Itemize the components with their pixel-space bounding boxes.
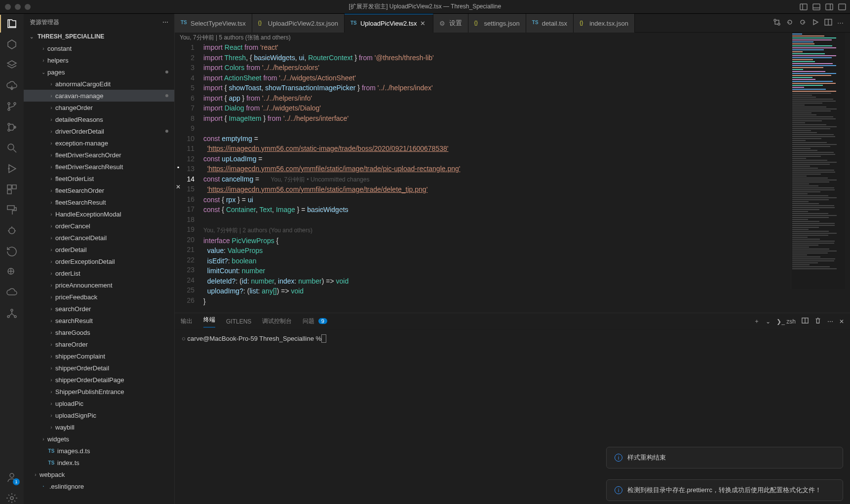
tab-settings.json[interactable]: {}settings.json xyxy=(468,14,526,33)
panel-left-icon[interactable] xyxy=(800,3,808,11)
git-compare-icon[interactable] xyxy=(773,18,781,28)
tree-item-searchOrder[interactable]: ›searchOrder xyxy=(24,303,174,315)
explorer-icon[interactable] xyxy=(6,18,18,30)
gutter-close-icon[interactable]: ✕ xyxy=(175,183,182,190)
tree-item-widgets[interactable]: ›widgets xyxy=(24,433,174,445)
minimap[interactable] xyxy=(791,33,845,289)
branch-icon[interactable] xyxy=(6,101,18,112)
tree-item-helpers[interactable]: ›helpers xyxy=(24,54,174,66)
panel-tab-debug[interactable]: 调试控制台 xyxy=(262,317,292,325)
run-icon[interactable] xyxy=(811,18,819,28)
forward-icon[interactable] xyxy=(799,18,807,28)
search-icon[interactable] xyxy=(6,142,18,154)
inspect-icon[interactable] xyxy=(6,266,18,278)
new-terminal-icon[interactable]: ＋ xyxy=(754,317,760,325)
tab-UploadPicView2.tsx.json[interactable]: {}UploadPicView2.tsx.json xyxy=(252,14,345,33)
tree-item-orderCancelDetail[interactable]: ›orderCancelDetail xyxy=(24,232,174,244)
file-tree[interactable]: ›constant›helpers⌄pages›abnormalCargoEdi… xyxy=(24,42,174,504)
tab-UploadPicView2.tsx[interactable]: TSUploadPicView2.tsx✕ xyxy=(345,14,433,33)
tree-item-fleetSearchOrder[interactable]: ›fleetSearchOrder xyxy=(24,184,174,196)
notification-toast[interactable]: i 检测到根目录中存在.prettierrc，转换成功后使用此配置格式化文件！ xyxy=(606,479,843,501)
history-icon[interactable] xyxy=(6,246,18,257)
panel-tab-problems[interactable]: 问题 9 xyxy=(303,317,327,325)
panel-right-icon[interactable] xyxy=(825,3,833,11)
tab-detail.tsx[interactable]: TSdetail.tsx xyxy=(526,14,574,33)
zoom-window-icon[interactable] xyxy=(25,4,31,10)
tree-item-constant[interactable]: ›constant xyxy=(24,42,174,54)
tree-item-fleetDriverSearchOrder[interactable]: ›fleetDriverSearchOrder xyxy=(24,149,174,161)
extensions-icon[interactable] xyxy=(6,183,18,195)
close-tab-icon[interactable]: ✕ xyxy=(420,20,427,27)
tab-index.tsx.json[interactable]: {}index.tsx.json xyxy=(574,14,635,33)
panel-tab-gitlens[interactable]: GITLENS xyxy=(226,318,251,325)
tree-item-changeOrder[interactable]: ›changeOrder xyxy=(24,102,174,113)
settings-icon[interactable] xyxy=(6,492,18,504)
kill-terminal-icon[interactable] xyxy=(814,317,821,325)
tree-item-detailedReasons[interactable]: ›detailedReasons xyxy=(24,113,174,125)
tree-item-.eslintignore[interactable]: ·.eslintignore xyxy=(24,480,174,492)
tree-item-fleetSearchResult[interactable]: ›fleetSearchResult xyxy=(24,196,174,208)
panel-tab-output[interactable]: 输出 xyxy=(181,317,193,325)
panel-more-icon[interactable]: ⋯ xyxy=(827,318,833,325)
debug-icon[interactable] xyxy=(6,163,18,175)
tree-item-orderDetail[interactable]: ›orderDetail xyxy=(24,244,174,255)
tree-item-waybill[interactable]: ›waybill xyxy=(24,421,174,433)
tree-item-shipperComplaint[interactable]: ›shipperComplaint xyxy=(24,350,174,362)
tab-SelectTypeView.tsx[interactable]: TSSelectTypeView.tsx xyxy=(175,14,252,33)
editor-body[interactable]: You, 7分钟前 | 5 authors (张驰 and others) 12… xyxy=(175,33,850,313)
notification-toast[interactable]: i 样式重构结束 xyxy=(606,447,843,468)
tree-item-webpack[interactable]: ›webpack xyxy=(24,468,174,480)
tree-item-uploadPic[interactable]: ›uploadPic xyxy=(24,397,174,409)
terminal[interactable]: ○ carve@MacBook-Pro-59 Thresh_Speciallin… xyxy=(175,330,850,504)
tree-item-shareGoods[interactable]: ›shareGoods xyxy=(24,326,174,338)
tree-item-abnormalCargoEdit[interactable]: ›abnormalCargoEdit xyxy=(24,78,174,90)
tree-item-HandleExceptionModal[interactable]: ›HandleExceptionModal xyxy=(24,208,174,220)
panel-tab-terminal[interactable]: 终端 xyxy=(203,316,215,327)
tree-item-pages[interactable]: ⌄pages xyxy=(24,66,174,78)
tree-item-fleetDriverSearchResult[interactable]: ›fleetDriverSearchResult xyxy=(24,161,174,173)
git-graph-icon[interactable] xyxy=(6,121,18,133)
close-window-icon[interactable] xyxy=(5,4,11,10)
tree-item-shipperOrderDetail[interactable]: ›shipperOrderDetail xyxy=(24,362,174,374)
panel-tabs: 输出 终端 GITLENS 调试控制台 问题 9 ＋ ⌄ ❯_ zsh ⋯ ✕ xyxy=(175,313,850,330)
tree-item-searchResult[interactable]: ›searchResult xyxy=(24,315,174,326)
tree-item-orderExceptionDetail[interactable]: ›orderExceptionDetail xyxy=(24,255,174,267)
tree-item-images.d.ts[interactable]: TSimages.d.ts xyxy=(24,445,174,457)
tree-item-driverOrderDetail[interactable]: ›driverOrderDetail xyxy=(24,125,174,137)
code-area[interactable]: import React from 'react'import Thresh, … xyxy=(203,33,850,313)
tree-item-exception-manage[interactable]: ›exception-manage xyxy=(24,137,174,149)
network-icon[interactable] xyxy=(6,308,18,320)
terminal-dropdown-icon[interactable]: ⌄ xyxy=(766,318,771,325)
layout-icon[interactable] xyxy=(838,3,846,11)
sidebar-more-icon[interactable]: ⋯ xyxy=(162,19,168,26)
tree-item-index.ts[interactable]: TSindex.ts xyxy=(24,457,174,468)
more-icon[interactable]: ⋯ xyxy=(837,19,845,27)
account-icon[interactable]: 1 xyxy=(6,471,18,483)
layers-icon[interactable] xyxy=(6,59,18,71)
split-icon[interactable] xyxy=(824,18,832,28)
cloud-icon[interactable] xyxy=(6,287,18,299)
panel-close-icon[interactable]: ✕ xyxy=(839,318,844,325)
sidebar-root[interactable]: ⌄ THRESH_SPECIALLINE xyxy=(24,31,174,42)
tree-item-priceFeedback[interactable]: ›priceFeedback xyxy=(24,291,174,303)
tree-item-priceAnnouncement[interactable]: ›priceAnnouncement xyxy=(24,279,174,291)
minimize-window-icon[interactable] xyxy=(15,4,21,10)
tree-item-fleetOrderList[interactable]: ›fleetOrderList xyxy=(24,173,174,184)
gutter-modified-icon[interactable]: ▪ xyxy=(175,164,182,171)
hexagon-icon[interactable] xyxy=(6,38,18,50)
tree-item-uploadSignPic[interactable]: ›uploadSignPic xyxy=(24,409,174,421)
tree-item-orderCancel[interactable]: ›orderCancel xyxy=(24,220,174,232)
bug-icon[interactable] xyxy=(6,225,18,237)
tree-item-ShipperPublishEntrance[interactable]: ›ShipperPublishEntrance xyxy=(24,386,174,397)
panel-bottom-icon[interactable] xyxy=(812,3,820,11)
tree-item-shareOrder[interactable]: ›shareOrder xyxy=(24,338,174,350)
cloud-download-icon[interactable] xyxy=(6,80,18,92)
paint-icon[interactable] xyxy=(6,204,18,216)
revert-icon[interactable] xyxy=(786,18,794,28)
tab-设置[interactable]: ⚙设置 xyxy=(433,14,468,33)
tree-item-caravan-manage[interactable]: ›caravan-manage xyxy=(24,90,174,102)
split-terminal-icon[interactable] xyxy=(802,317,809,325)
terminal-shell-label[interactable]: ❯_ zsh xyxy=(776,318,796,325)
tree-item-orderList[interactable]: ›orderList xyxy=(24,267,174,279)
tree-item-shipperOrderDetailPage[interactable]: ›shipperOrderDetailPage xyxy=(24,374,174,386)
